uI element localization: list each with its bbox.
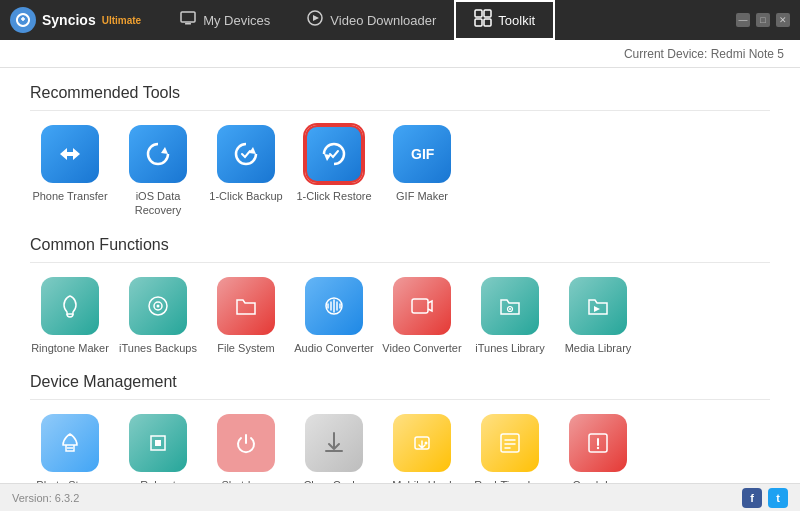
- svg-rect-4: [475, 10, 482, 17]
- svg-rect-7: [484, 19, 491, 26]
- gif-maker-label: GIF Maker: [396, 189, 448, 203]
- photo-stream-icon-wrap: [41, 414, 99, 472]
- my-devices-label: My Devices: [203, 13, 270, 28]
- itunes-backup-icon-wrap: [129, 277, 187, 335]
- svg-point-20: [597, 447, 599, 449]
- crash-log-icon-wrap: [569, 414, 627, 472]
- close-button[interactable]: ✕: [776, 13, 790, 27]
- media-lib-label: Media Library: [565, 341, 632, 355]
- facebook-button[interactable]: f: [742, 488, 762, 508]
- main-content: Recommended Tools Phone Transfer: [0, 68, 800, 483]
- svg-point-15: [509, 308, 511, 310]
- tool-mobile-hdd[interactable]: Mobile Hard Disk: [382, 414, 462, 483]
- twitter-button[interactable]: t: [768, 488, 788, 508]
- backup-icon-wrap: [217, 125, 275, 183]
- tool-reboot[interactable]: Reboot: [118, 414, 198, 483]
- app-edition-label: Ultimate: [102, 15, 141, 26]
- ios-recovery-icon-wrap: [129, 125, 187, 183]
- subheader: Current Device: Redmi Note 5: [0, 40, 800, 68]
- phone-transfer-label: Phone Transfer: [32, 189, 107, 203]
- tool-clear-cache[interactable]: Clear Cache: [294, 414, 374, 483]
- ringtone-icon-wrap: [41, 277, 99, 335]
- tool-1click-restore[interactable]: 1-Click Restore: [294, 125, 374, 218]
- common-tools-grid: Ringtone Maker iTunes Backups: [30, 277, 770, 355]
- svg-rect-18: [501, 434, 519, 452]
- tool-photo-stream[interactable]: Photo Stream: [30, 414, 110, 483]
- tool-ringtone-maker[interactable]: Ringtone Maker: [30, 277, 110, 355]
- shutdown-label: Shutdown: [222, 478, 271, 483]
- gif-maker-icon-wrap: GIF: [393, 125, 451, 183]
- tool-file-system[interactable]: File System: [206, 277, 286, 355]
- nav-tabs: My Devices Video Downloader: [161, 0, 736, 40]
- maximize-button[interactable]: □: [756, 13, 770, 27]
- video-downloader-icon: [306, 9, 324, 31]
- common-title: Common Functions: [30, 236, 770, 263]
- itunes-lib-label: iTunes Library: [475, 341, 544, 355]
- svg-marker-3: [313, 15, 319, 21]
- ios-recovery-label: iOS Data Recovery: [118, 189, 198, 218]
- current-device-label: Current Device: Redmi Note 5: [624, 47, 784, 61]
- window-controls: — □ ✕: [736, 13, 790, 27]
- crash-log-label: Crash Log: [573, 478, 624, 483]
- my-devices-icon: [179, 9, 197, 31]
- file-system-icon-wrap: [217, 277, 275, 335]
- app-logo: Syncios Ultimate: [10, 7, 141, 33]
- tool-shutdown[interactable]: Shutdown: [206, 414, 286, 483]
- app-name-label: Syncios: [42, 12, 96, 28]
- reboot-label: Reboot: [140, 478, 175, 483]
- shutdown-icon-wrap: [217, 414, 275, 472]
- tool-phone-transfer[interactable]: Phone Transfer: [30, 125, 110, 218]
- video-icon-wrap: [393, 277, 451, 335]
- recommended-title: Recommended Tools: [30, 84, 770, 111]
- realtime-log-label: Real-Time Log: [474, 478, 546, 483]
- logo-icon: [10, 7, 36, 33]
- svg-point-11: [157, 304, 160, 307]
- file-system-label: File System: [217, 341, 274, 355]
- recommended-tools-grid: Phone Transfer iOS Data Recovery: [30, 125, 770, 218]
- tool-1click-backup[interactable]: 1-Click Backup: [206, 125, 286, 218]
- tab-toolkit[interactable]: Toolkit: [454, 0, 555, 40]
- tool-video-converter[interactable]: Video Converter: [382, 277, 462, 355]
- bottombar: Version: 6.3.2 f t: [0, 483, 800, 511]
- tool-ios-recovery[interactable]: iOS Data Recovery: [118, 125, 198, 218]
- restore-icon-wrap: [305, 125, 363, 183]
- tab-my-devices[interactable]: My Devices: [161, 0, 288, 40]
- svg-rect-0: [181, 12, 195, 22]
- recommended-section: Recommended Tools Phone Transfer: [30, 84, 770, 218]
- toolkit-label: Toolkit: [498, 13, 535, 28]
- video-downloader-label: Video Downloader: [330, 13, 436, 28]
- mobile-hdd-label: Mobile Hard Disk: [382, 478, 462, 483]
- tool-realtime-log[interactable]: Real-Time Log: [470, 414, 550, 483]
- mobile-hdd-icon-wrap: [393, 414, 451, 472]
- phone-transfer-icon-wrap: [41, 125, 99, 183]
- clear-cache-icon-wrap: [305, 414, 363, 472]
- photo-stream-label: Photo Stream: [36, 478, 103, 483]
- tool-itunes-library[interactable]: iTunes Library: [470, 277, 550, 355]
- tab-video-downloader[interactable]: Video Downloader: [288, 0, 454, 40]
- reboot-icon-wrap: [129, 414, 187, 472]
- tool-crash-log[interactable]: Crash Log: [558, 414, 638, 483]
- tool-media-library[interactable]: Media Library: [558, 277, 638, 355]
- audio-label: Audio Converter: [294, 341, 374, 355]
- ringtone-label: Ringtone Maker: [31, 341, 109, 355]
- tool-audio-converter[interactable]: Audio Converter: [294, 277, 374, 355]
- device-section: Device Management Photo Stream: [30, 373, 770, 483]
- device-tools-grid: Photo Stream Reboot: [30, 414, 770, 483]
- tool-gif-maker[interactable]: GIF GIF Maker: [382, 125, 462, 218]
- toolkit-icon: [474, 9, 492, 31]
- svg-rect-5: [484, 10, 491, 17]
- svg-text:GIF: GIF: [411, 146, 435, 162]
- itunes-lib-icon-wrap: [481, 277, 539, 335]
- svg-rect-6: [475, 19, 482, 26]
- video-label: Video Converter: [382, 341, 461, 355]
- tool-itunes-backups[interactable]: iTunes Backups: [118, 277, 198, 355]
- minimize-button[interactable]: —: [736, 13, 750, 27]
- social-icons: f t: [742, 488, 788, 508]
- backup-label: 1-Click Backup: [209, 189, 282, 203]
- media-lib-icon-wrap: [569, 277, 627, 335]
- realtime-log-icon-wrap: [481, 414, 539, 472]
- audio-icon-wrap: [305, 277, 363, 335]
- restore-label: 1-Click Restore: [296, 189, 371, 203]
- svg-rect-1: [185, 23, 191, 25]
- titlebar: Syncios Ultimate My Devices Video Downlo…: [0, 0, 800, 40]
